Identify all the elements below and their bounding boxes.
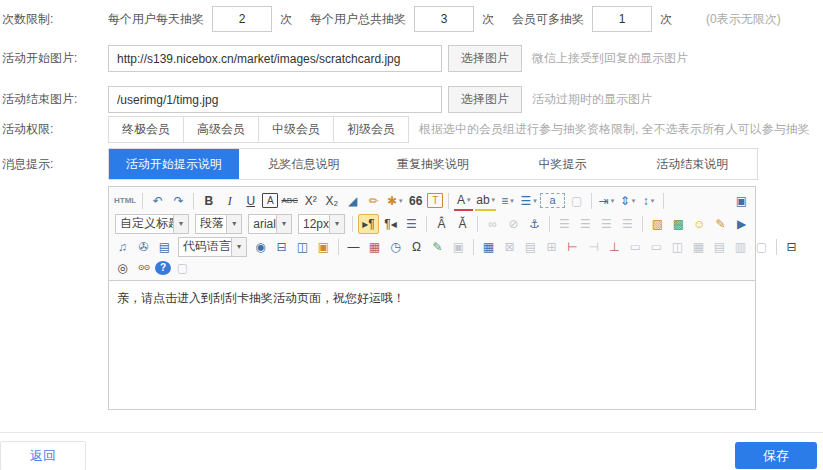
paste-text-icon[interactable]: T [427,193,443,208]
fullscreen-icon[interactable]: ▣ [732,192,751,210]
link-icon[interactable]: ∞ [483,215,502,233]
map-icon[interactable]: ◉ [251,238,270,256]
delete-table-icon[interactable]: ⊠ [500,238,519,256]
video-icon[interactable]: ▶ [732,215,751,233]
subscript-icon[interactable]: X₂ [322,192,341,210]
insert-frame-icon[interactable]: ▤ [155,238,174,256]
special-chars-icon[interactable]: Ω [407,238,426,256]
chevron-down-icon[interactable]: ▾ [276,215,291,233]
horizontal-rule-icon[interactable]: — [344,238,363,256]
split-rows-icon[interactable]: ▤ [710,238,729,256]
find-replace-icon[interactable]: ⊙⊙ [134,259,153,277]
editor-content[interactable]: 亲，请点击进入到刮刮卡抽奖活动页面，祝您好运哦！ [109,281,755,409]
paragraph-spacing-icon[interactable]: ⇕▾ [618,192,637,210]
anchor-box-icon[interactable]: a [540,193,565,208]
indent-icon[interactable]: ⇥▾ [597,192,616,210]
edit-app-icon[interactable]: ✎ [428,238,447,256]
delete-row-icon[interactable]: ⊣ [584,238,603,256]
font-family-select[interactable]: arial▾ [248,214,292,234]
start-image-pick-button[interactable]: 选择图片 [448,45,522,72]
chevron-down-icon[interactable]: ▾ [173,215,188,233]
font-size-up-icon[interactable]: Â [432,215,451,233]
font-size-down-icon[interactable]: Ǎ [453,215,472,233]
insert-row-icon[interactable]: ⊞ [542,238,561,256]
member-group-button[interactable]: 终极会员 [108,116,184,143]
scrawl-icon[interactable]: ✎ [711,215,730,233]
member-group-button[interactable]: 初级会员 [333,116,409,143]
end-image-pick-button[interactable]: 选择图片 [448,86,522,113]
table-title-icon[interactable]: ▤ [521,238,540,256]
paste-icon[interactable]: ▢ [173,259,192,277]
ordered-list-icon[interactable]: ≡▾ [498,192,517,210]
emotion-icon[interactable]: ☺ [690,215,709,233]
message-tab[interactable]: 活动结束说明 [627,149,757,179]
chevron-down-icon[interactable]: ▾ [226,215,241,233]
end-image-input[interactable] [108,86,442,113]
eraser-icon[interactable]: ◢ [343,192,362,210]
music-icon[interactable]: ♫ [113,238,132,256]
attachment-icon[interactable]: ✇ [134,238,153,256]
preview-icon[interactable]: ◎ [113,259,132,277]
message-tab[interactable]: 中奖提示 [498,149,628,179]
back-button[interactable]: 返回 [0,441,86,470]
align-right-icon[interactable]: ☰ [597,215,616,233]
code-language-select[interactable]: 代码语言▾ [178,237,247,257]
delete-col-icon[interactable]: ⊥ [605,238,624,256]
limit-input[interactable] [212,6,272,32]
align-left-icon[interactable]: ☰ [555,215,574,233]
bg-color-icon[interactable]: ab▾ [475,191,496,211]
paragraph-select[interactable]: 段落▾ [195,214,242,234]
underline-icon[interactable]: U [241,192,260,210]
columns-icon[interactable]: ◫ [293,238,312,256]
help-icon[interactable]: ? [155,261,171,275]
format-brush-icon[interactable]: ✏ [364,192,383,210]
superscript-icon[interactable]: X² [301,192,320,210]
message-tab[interactable]: 兑奖信息说明 [239,149,369,179]
date-icon[interactable]: ▦ [365,238,384,256]
table-doc-icon[interactable]: ▢ [752,238,771,256]
unordered-list-icon[interactable]: ☰▾ [519,192,538,210]
pagebreak-icon[interactable]: ⊟ [272,238,291,256]
chevron-down-icon[interactable]: ▾ [329,215,344,233]
image-icon[interactable]: ▧ [648,215,667,233]
member-group-button[interactable]: 中级会员 [258,116,334,143]
chevron-down-icon[interactable]: ▾ [231,238,246,256]
split-cells-icon[interactable]: ▦ [689,238,708,256]
save-button[interactable]: 保存 [735,442,817,469]
merge-down-icon[interactable]: ◫ [668,238,687,256]
merge-right-icon[interactable]: ▭ [647,238,666,256]
align-justify-icon[interactable]: ☰ [618,215,637,233]
time-icon[interactable]: ◷ [386,238,405,256]
rtl-paragraph-icon[interactable]: ¶◂ [381,215,400,233]
limit-input[interactable] [592,6,652,32]
blockquote-icon[interactable]: 66 [406,192,425,210]
font-color-icon[interactable]: A▾ [454,191,473,211]
html-source-button[interactable]: HTML [113,192,137,210]
split-cols-icon[interactable]: ▥ [731,238,750,256]
message-tab[interactable]: 活动开始提示说明 [109,149,239,179]
start-image-input[interactable] [108,45,442,72]
word-image-icon[interactable]: ▣ [314,238,333,256]
align-center-icon[interactable]: ☰ [576,215,595,233]
custom-title-select[interactable]: 自定义标题▾ [115,214,189,234]
font-size-select[interactable]: 12px▾ [298,214,345,234]
redo-icon[interactable]: ↷ [169,192,188,210]
italic-icon[interactable]: I [220,192,239,210]
auto-typeset-icon[interactable]: ✱▾ [385,192,404,210]
strikethrough-icon[interactable]: ABC [280,192,299,210]
anchor-icon[interactable]: ⚓ [525,215,544,233]
font-border-icon[interactable]: A [262,193,278,208]
ltr-paragraph-icon[interactable]: ▸¶ [358,214,379,234]
snapshot-icon[interactable]: ▣ [449,238,468,256]
unlink-icon[interactable]: ⊘ [504,215,523,233]
bold-icon[interactable]: B [199,192,218,210]
member-group-button[interactable]: 高级会员 [183,116,259,143]
print-icon[interactable]: ⊟ [782,238,801,256]
insert-table-icon[interactable]: ▦ [479,238,498,256]
paragraph-format-icon[interactable]: ☰ [402,215,421,233]
merge-cells-icon[interactable]: ▭ [626,238,645,256]
insert-col-icon[interactable]: ⊢ [563,238,582,256]
insert-image-icon[interactable]: ▩ [669,215,688,233]
message-tab[interactable]: 重复抽奖说明 [368,149,498,179]
blank-doc-icon[interactable]: ▢ [567,192,586,210]
